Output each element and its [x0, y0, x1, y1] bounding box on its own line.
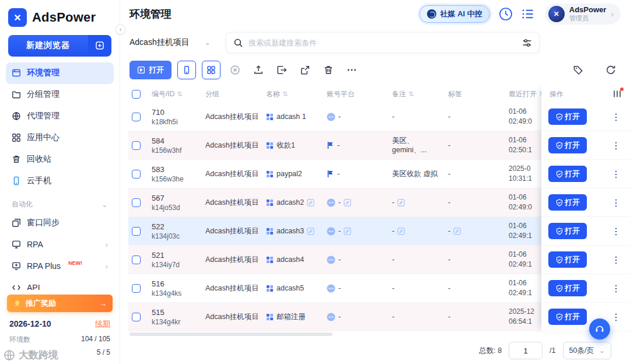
- row-more-icon[interactable]: ⋮: [609, 111, 623, 123]
- sidebar-item-api[interactable]: API: [6, 277, 114, 290]
- column-group[interactable]: 分组: [205, 89, 266, 99]
- user-profile-menu[interactable]: ✕ AdsPower 管理员 ›: [545, 4, 621, 24]
- search-input[interactable]: [249, 38, 517, 47]
- row-checkbox[interactable]: [132, 313, 141, 321]
- quick-create-button[interactable]: [88, 35, 111, 57]
- select-all-checkbox[interactable]: [132, 90, 141, 99]
- shield-check-icon: [556, 256, 563, 264]
- row-checkbox[interactable]: [132, 227, 141, 236]
- column-platform[interactable]: 账号平台: [327, 89, 392, 99]
- open-profile-button[interactable]: 打开: [548, 309, 587, 325]
- actions-header: 操作: [541, 85, 630, 103]
- group-filter-select[interactable]: Adcash挂机项目 ⌄: [130, 37, 214, 48]
- edit-tags-icon[interactable]: [453, 228, 461, 235]
- tag-manage-button[interactable]: [569, 61, 587, 79]
- column-name[interactable]: 名称⇅: [266, 89, 327, 99]
- row-more-icon[interactable]: ⋮: [609, 169, 623, 180]
- sort-icon[interactable]: ⇅: [408, 90, 414, 98]
- open-profile-button[interactable]: 打开: [548, 280, 587, 296]
- refresh-button[interactable]: [602, 61, 620, 79]
- support-float-button[interactable]: [589, 318, 610, 340]
- open-profile-button[interactable]: 打开: [548, 137, 587, 153]
- task-list-button[interactable]: [522, 6, 537, 22]
- sidebar-item-rpa[interactable]: RPA ›: [6, 234, 114, 256]
- renew-link[interactable]: 续期: [95, 318, 110, 329]
- environment-count-label: 环境数: [9, 335, 30, 345]
- id-cell: 710 k18kfh5i: [152, 108, 205, 126]
- row-checkbox[interactable]: [132, 256, 141, 264]
- row-more-icon[interactable]: ⋮: [609, 254, 623, 265]
- note-cell: 美区收款 虚拟: [392, 169, 448, 178]
- edit-name-icon[interactable]: [307, 228, 314, 235]
- row-checkbox[interactable]: [132, 284, 141, 293]
- open-profile-button[interactable]: 打开: [548, 194, 587, 211]
- platform-dot-icon: [327, 113, 335, 121]
- note-cell: -: [392, 284, 448, 293]
- open-profile-button[interactable]: 打开: [548, 166, 587, 182]
- edit-platform-icon[interactable]: [344, 199, 351, 206]
- delete-button[interactable]: [320, 61, 337, 79]
- column-tags[interactable]: 标签: [448, 89, 509, 99]
- page-number-input[interactable]: [509, 342, 542, 359]
- horizontal-scrollbar[interactable]: [130, 332, 332, 336]
- row-checkbox[interactable]: [132, 170, 141, 178]
- batch-device-button[interactable]: [177, 61, 196, 79]
- sidebar-item-proxies[interactable]: 代理管理: [6, 106, 114, 127]
- promo-banner[interactable]: 推广奖励 →: [7, 295, 113, 312]
- sidebar-item-rpa-plus[interactable]: RPA Plus NEW! ›: [6, 256, 114, 277]
- sort-icon[interactable]: ⇅: [282, 90, 288, 98]
- sort-icon[interactable]: ⇅: [177, 90, 182, 98]
- download-center-button[interactable]: [498, 6, 513, 22]
- social-ai-control-button[interactable]: 社媒 AI 中控: [419, 5, 490, 23]
- row-checkbox[interactable]: [132, 141, 141, 150]
- row-actions: 打开 ⋮: [541, 188, 630, 217]
- automation-section-label[interactable]: 自动化 ⌄: [6, 192, 114, 212]
- close-all-button[interactable]: [226, 61, 244, 79]
- import-button[interactable]: [250, 61, 267, 79]
- edit-note-icon[interactable]: [397, 228, 405, 235]
- row-more-icon[interactable]: ⋮: [609, 226, 623, 237]
- open-profile-button[interactable]: 打开: [548, 108, 587, 125]
- column-id[interactable]: 编号/ID⇅: [152, 89, 205, 99]
- folder-icon: [12, 90, 21, 99]
- arrange-windows-button[interactable]: [202, 61, 220, 79]
- reward-badge-icon: [13, 299, 22, 308]
- new-browser-row: 新建浏览器: [8, 35, 111, 57]
- monitor-icon: [12, 240, 21, 249]
- edit-platform-icon[interactable]: [344, 228, 351, 235]
- export-button[interactable]: [273, 61, 290, 79]
- row-more-icon[interactable]: ⋮: [609, 197, 623, 208]
- sidebar-item-groups[interactable]: 分组管理: [6, 84, 114, 106]
- tag-icon: [573, 65, 583, 75]
- column-note[interactable]: 备注⇅: [392, 89, 448, 99]
- sidebar-item-trash[interactable]: 回收站: [6, 149, 114, 170]
- new-browser-button[interactable]: 新建浏览器: [8, 35, 88, 57]
- row-more-icon[interactable]: ⋮: [609, 312, 623, 323]
- edit-name-icon[interactable]: [307, 199, 314, 206]
- sidebar-item-window-sync[interactable]: 窗口同步: [6, 212, 114, 234]
- group-cell: Adcash挂机项目: [205, 198, 266, 208]
- open-profile-button[interactable]: 打开: [548, 251, 587, 268]
- row-more-icon[interactable]: ⋮: [609, 283, 623, 294]
- sidebar-item-apps[interactable]: 应用中心: [6, 127, 114, 149]
- sidebar-item-environment[interactable]: 环境管理: [6, 62, 114, 84]
- page-size-select[interactable]: 50条/页 ⌄: [563, 342, 611, 359]
- row-more-icon[interactable]: ⋮: [609, 140, 623, 151]
- name-cell: paypal2: [266, 170, 327, 178]
- column-settings-icon[interactable]: [612, 89, 622, 99]
- shield-check-icon: [556, 199, 563, 206]
- note-cell: -: [392, 312, 448, 321]
- more-actions-button[interactable]: [343, 61, 360, 79]
- row-checkbox[interactable]: [132, 198, 141, 207]
- edit-note-icon[interactable]: [397, 199, 405, 206]
- open-profile-button[interactable]: 打开: [548, 223, 587, 239]
- export-arrow-icon: [276, 65, 287, 75]
- open-selected-button[interactable]: 打开: [130, 61, 172, 79]
- sidebar-collapse-button[interactable]: ‹: [116, 24, 125, 34]
- share-button[interactable]: [296, 61, 314, 79]
- sidebar-item-cloud-phone[interactable]: 云手机: [6, 170, 114, 192]
- member-count-row: 5 / 5: [7, 346, 113, 358]
- chevron-down-icon: ⌄: [102, 200, 108, 209]
- row-checkbox[interactable]: [132, 113, 141, 121]
- advanced-filter-icon[interactable]: [522, 38, 532, 48]
